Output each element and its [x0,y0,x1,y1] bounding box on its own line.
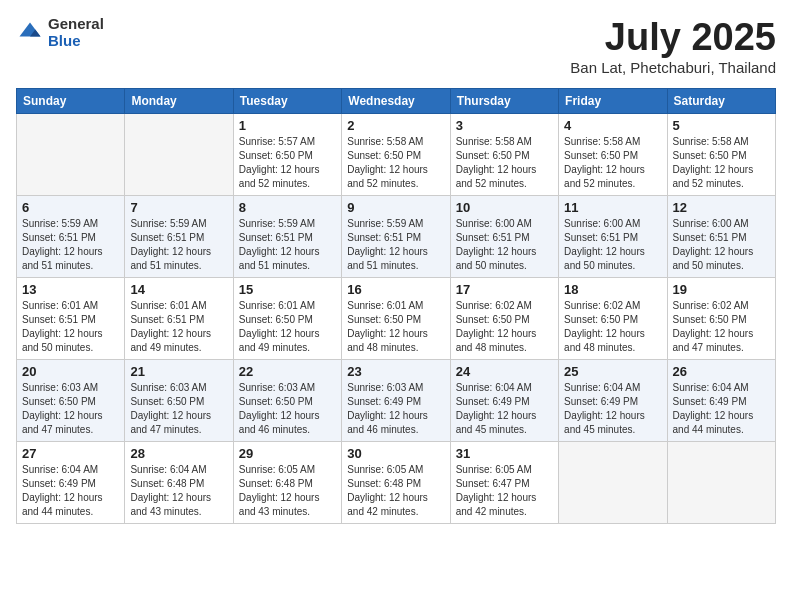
day-number: 20 [22,364,119,379]
day-number: 1 [239,118,336,133]
calendar-cell: 9Sunrise: 5:59 AMSunset: 6:51 PMDaylight… [342,196,450,278]
day-info: Sunrise: 6:03 AMSunset: 6:50 PMDaylight:… [22,381,119,437]
day-number: 23 [347,364,444,379]
day-number: 13 [22,282,119,297]
day-number: 18 [564,282,661,297]
calendar-cell: 20Sunrise: 6:03 AMSunset: 6:50 PMDayligh… [17,360,125,442]
day-info: Sunrise: 6:03 AMSunset: 6:49 PMDaylight:… [347,381,444,437]
day-info: Sunrise: 6:01 AMSunset: 6:50 PMDaylight:… [239,299,336,355]
day-number: 8 [239,200,336,215]
calendar-cell: 28Sunrise: 6:04 AMSunset: 6:48 PMDayligh… [125,442,233,524]
logo-text: General Blue [48,16,104,49]
calendar-cell: 14Sunrise: 6:01 AMSunset: 6:51 PMDayligh… [125,278,233,360]
day-number: 21 [130,364,227,379]
calendar-week-row: 1Sunrise: 5:57 AMSunset: 6:50 PMDaylight… [17,114,776,196]
weekday-header: Friday [559,89,667,114]
day-number: 16 [347,282,444,297]
day-number: 30 [347,446,444,461]
day-info: Sunrise: 5:59 AMSunset: 6:51 PMDaylight:… [130,217,227,273]
day-info: Sunrise: 6:02 AMSunset: 6:50 PMDaylight:… [456,299,553,355]
logo: General Blue [16,16,104,49]
calendar-cell: 11Sunrise: 6:00 AMSunset: 6:51 PMDayligh… [559,196,667,278]
day-info: Sunrise: 6:01 AMSunset: 6:50 PMDaylight:… [347,299,444,355]
day-info: Sunrise: 6:03 AMSunset: 6:50 PMDaylight:… [239,381,336,437]
main-title: July 2025 [570,16,776,59]
day-number: 14 [130,282,227,297]
calendar-cell: 1Sunrise: 5:57 AMSunset: 6:50 PMDaylight… [233,114,341,196]
calendar-cell: 29Sunrise: 6:05 AMSunset: 6:48 PMDayligh… [233,442,341,524]
weekday-header: Saturday [667,89,775,114]
calendar-cell: 13Sunrise: 6:01 AMSunset: 6:51 PMDayligh… [17,278,125,360]
day-number: 5 [673,118,770,133]
calendar-cell [559,442,667,524]
weekday-header: Sunday [17,89,125,114]
day-info: Sunrise: 6:04 AMSunset: 6:49 PMDaylight:… [22,463,119,519]
day-info: Sunrise: 6:01 AMSunset: 6:51 PMDaylight:… [22,299,119,355]
calendar-week-row: 27Sunrise: 6:04 AMSunset: 6:49 PMDayligh… [17,442,776,524]
day-info: Sunrise: 6:00 AMSunset: 6:51 PMDaylight:… [673,217,770,273]
day-info: Sunrise: 6:00 AMSunset: 6:51 PMDaylight:… [564,217,661,273]
calendar-cell: 5Sunrise: 5:58 AMSunset: 6:50 PMDaylight… [667,114,775,196]
calendar-cell: 17Sunrise: 6:02 AMSunset: 6:50 PMDayligh… [450,278,558,360]
title-block: July 2025 Ban Lat, Phetchaburi, Thailand [570,16,776,76]
logo-blue-text: Blue [48,33,104,50]
calendar-cell [125,114,233,196]
calendar-cell: 8Sunrise: 5:59 AMSunset: 6:51 PMDaylight… [233,196,341,278]
day-number: 25 [564,364,661,379]
day-info: Sunrise: 6:04 AMSunset: 6:49 PMDaylight:… [564,381,661,437]
day-info: Sunrise: 6:00 AMSunset: 6:51 PMDaylight:… [456,217,553,273]
calendar-week-row: 6Sunrise: 5:59 AMSunset: 6:51 PMDaylight… [17,196,776,278]
logo-general: General [48,16,104,33]
day-info: Sunrise: 5:58 AMSunset: 6:50 PMDaylight:… [347,135,444,191]
calendar-cell: 26Sunrise: 6:04 AMSunset: 6:49 PMDayligh… [667,360,775,442]
calendar-cell: 21Sunrise: 6:03 AMSunset: 6:50 PMDayligh… [125,360,233,442]
day-info: Sunrise: 5:59 AMSunset: 6:51 PMDaylight:… [22,217,119,273]
calendar-cell: 2Sunrise: 5:58 AMSunset: 6:50 PMDaylight… [342,114,450,196]
calendar-cell: 16Sunrise: 6:01 AMSunset: 6:50 PMDayligh… [342,278,450,360]
day-number: 22 [239,364,336,379]
day-info: Sunrise: 5:58 AMSunset: 6:50 PMDaylight:… [564,135,661,191]
calendar-cell [667,442,775,524]
weekday-header: Tuesday [233,89,341,114]
day-info: Sunrise: 6:05 AMSunset: 6:48 PMDaylight:… [239,463,336,519]
day-info: Sunrise: 5:58 AMSunset: 6:50 PMDaylight:… [456,135,553,191]
day-number: 11 [564,200,661,215]
calendar-cell: 15Sunrise: 6:01 AMSunset: 6:50 PMDayligh… [233,278,341,360]
calendar-week-row: 13Sunrise: 6:01 AMSunset: 6:51 PMDayligh… [17,278,776,360]
calendar-cell: 19Sunrise: 6:02 AMSunset: 6:50 PMDayligh… [667,278,775,360]
day-number: 26 [673,364,770,379]
calendar-cell: 30Sunrise: 6:05 AMSunset: 6:48 PMDayligh… [342,442,450,524]
day-number: 10 [456,200,553,215]
day-number: 15 [239,282,336,297]
day-number: 4 [564,118,661,133]
calendar-cell: 31Sunrise: 6:05 AMSunset: 6:47 PMDayligh… [450,442,558,524]
day-info: Sunrise: 5:57 AMSunset: 6:50 PMDaylight:… [239,135,336,191]
weekday-header: Monday [125,89,233,114]
calendar-cell: 7Sunrise: 5:59 AMSunset: 6:51 PMDaylight… [125,196,233,278]
calendar-cell: 12Sunrise: 6:00 AMSunset: 6:51 PMDayligh… [667,196,775,278]
calendar-cell [17,114,125,196]
sub-title: Ban Lat, Phetchaburi, Thailand [570,59,776,76]
day-info: Sunrise: 6:05 AMSunset: 6:48 PMDaylight:… [347,463,444,519]
day-info: Sunrise: 5:58 AMSunset: 6:50 PMDaylight:… [673,135,770,191]
calendar-cell: 22Sunrise: 6:03 AMSunset: 6:50 PMDayligh… [233,360,341,442]
calendar-cell: 3Sunrise: 5:58 AMSunset: 6:50 PMDaylight… [450,114,558,196]
page-header: General Blue July 2025 Ban Lat, Phetchab… [16,16,776,76]
calendar-cell: 6Sunrise: 5:59 AMSunset: 6:51 PMDaylight… [17,196,125,278]
day-number: 12 [673,200,770,215]
calendar-cell: 23Sunrise: 6:03 AMSunset: 6:49 PMDayligh… [342,360,450,442]
day-info: Sunrise: 5:59 AMSunset: 6:51 PMDaylight:… [239,217,336,273]
day-number: 2 [347,118,444,133]
day-number: 9 [347,200,444,215]
calendar-cell: 4Sunrise: 5:58 AMSunset: 6:50 PMDaylight… [559,114,667,196]
day-number: 6 [22,200,119,215]
day-number: 7 [130,200,227,215]
calendar-cell: 24Sunrise: 6:04 AMSunset: 6:49 PMDayligh… [450,360,558,442]
day-number: 17 [456,282,553,297]
day-info: Sunrise: 6:01 AMSunset: 6:51 PMDaylight:… [130,299,227,355]
day-number: 19 [673,282,770,297]
day-info: Sunrise: 6:03 AMSunset: 6:50 PMDaylight:… [130,381,227,437]
calendar-cell: 10Sunrise: 6:00 AMSunset: 6:51 PMDayligh… [450,196,558,278]
day-number: 27 [22,446,119,461]
weekday-header: Thursday [450,89,558,114]
